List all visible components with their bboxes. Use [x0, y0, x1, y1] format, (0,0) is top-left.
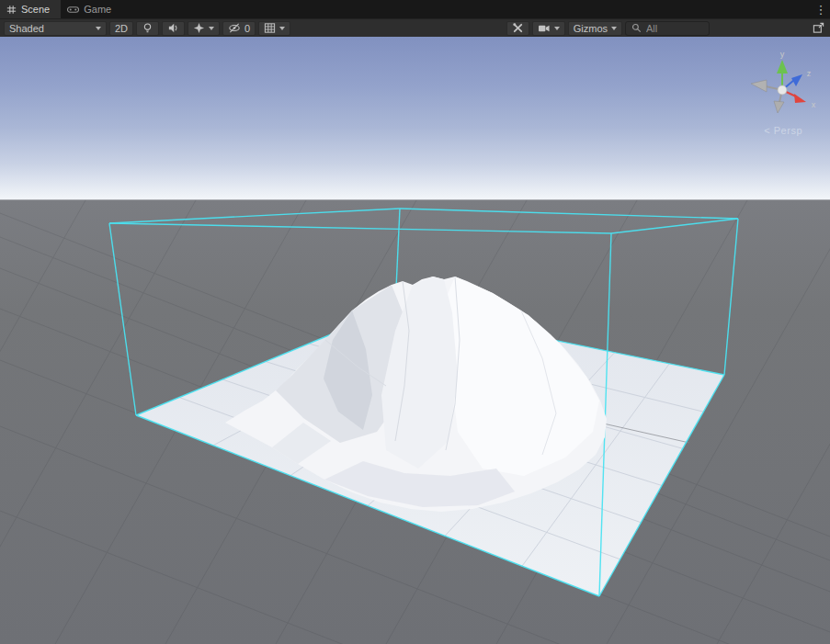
- grid-icon: [264, 22, 276, 34]
- tab-scene-label: Scene: [21, 4, 50, 15]
- camera-settings-dropdown[interactable]: [532, 21, 565, 36]
- scene-search-field[interactable]: [625, 21, 710, 36]
- projection-mode-label[interactable]: < Persp: [764, 125, 802, 136]
- gizmo-x-axis[interactable]: x: [782, 90, 816, 109]
- chevron-down-icon: [611, 27, 617, 30]
- 2d-label: 2D: [115, 23, 128, 34]
- grid-visibility-dropdown[interactable]: [258, 21, 290, 36]
- chevron-down-icon: [554, 27, 560, 30]
- scene-lighting-toggle[interactable]: [136, 21, 159, 36]
- tab-game[interactable]: Game: [61, 0, 122, 18]
- orientation-gizmo[interactable]: z x y: [738, 50, 823, 121]
- audio-toggle[interactable]: [162, 21, 185, 36]
- scene-toolbar: Shaded 2D 0: [0, 18, 830, 37]
- float-window-icon[interactable]: [811, 21, 826, 36]
- chevron-down-icon: [279, 27, 285, 30]
- available-tools-button[interactable]: [506, 21, 529, 36]
- effects-dropdown[interactable]: [188, 21, 220, 36]
- gizmo-y-label: y: [780, 50, 785, 59]
- hidden-objects-toggle[interactable]: 0: [222, 21, 256, 36]
- gizmo-x-label: x: [812, 100, 816, 109]
- search-icon: [631, 23, 642, 33]
- lightbulb-icon: [142, 22, 153, 34]
- scene-grid-icon: [6, 5, 17, 15]
- 2d-toggle-button[interactable]: 2D: [109, 21, 133, 36]
- tools-wrench-icon: [512, 22, 524, 34]
- chevron-down-icon: [209, 27, 214, 30]
- camera-icon: [538, 23, 551, 34]
- scene-viewport[interactable]: z x y < Persp: [0, 37, 830, 644]
- view-tabbar: Scene Game ⋮: [0, 0, 830, 18]
- gizmo-y-axis[interactable]: y: [777, 50, 788, 90]
- search-input[interactable]: [644, 22, 703, 35]
- eye-off-icon: [228, 22, 241, 34]
- game-controller-icon: [67, 5, 79, 15]
- chevron-down-icon: [96, 27, 101, 30]
- gizmo-center-ball[interactable]: [778, 85, 787, 95]
- tab-game-label: Game: [84, 4, 111, 15]
- draw-mode-dropdown[interactable]: Shaded: [4, 21, 107, 36]
- effects-star-icon: [193, 22, 205, 34]
- speaker-icon: [167, 22, 179, 34]
- gizmo-z-label: z: [807, 69, 812, 78]
- gizmos-dropdown[interactable]: Gizmos: [568, 21, 622, 36]
- scene-render: [0, 37, 830, 644]
- tab-scene[interactable]: Scene: [0, 0, 61, 18]
- overflow-menu-icon[interactable]: ⋮: [812, 0, 830, 18]
- hidden-count-label: 0: [244, 23, 250, 34]
- gizmos-label: Gizmos: [574, 23, 608, 34]
- gizmo-negative-axes[interactable]: [751, 80, 784, 113]
- terrain-object[interactable]: [225, 277, 607, 512]
- draw-mode-label: Shaded: [9, 23, 44, 34]
